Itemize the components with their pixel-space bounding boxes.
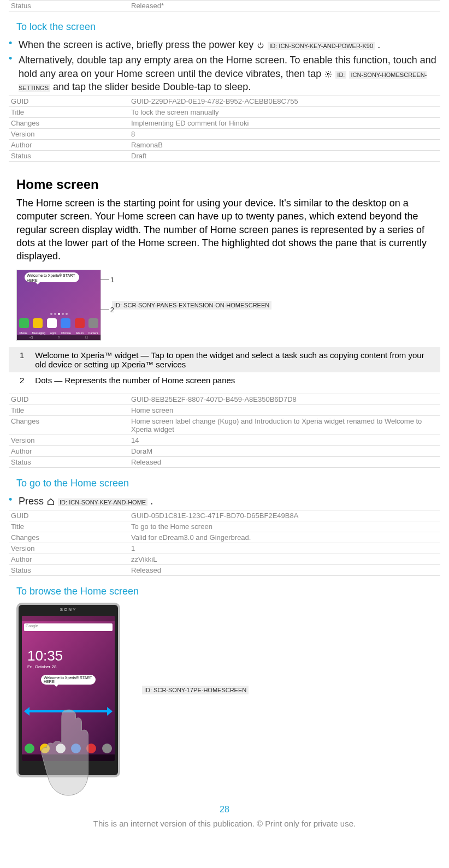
- asset-id-chip: ID: ICN-SONY-KEY-AND-POWER-K90: [268, 42, 375, 50]
- meta-key: Status: [9, 1, 129, 11]
- asset-id-chip: ID:: [335, 71, 346, 79]
- clock-date: Fri, October 28: [27, 664, 115, 669]
- text: .: [150, 496, 153, 507]
- meta-table-1: GUIDGUID-229DFA2D-0E19-4782-B952-ACEBB0E…: [9, 96, 440, 162]
- heading-to-lock-the-screen: To lock the screen: [16, 21, 440, 33]
- text: and tap the slider beside Double-tap to …: [53, 81, 251, 92]
- footer-note: This is an internet version of this publ…: [9, 819, 440, 828]
- list-item: When the screen is active, briefly press…: [9, 38, 440, 51]
- svg-point-0: [328, 73, 330, 75]
- welcome-bubble: Welcome to Xperia® START HERE!: [41, 675, 96, 685]
- meta-table-top: Status Released*: [9, 0, 440, 11]
- callout-1: 1: [110, 276, 114, 284]
- page-number: 28: [9, 805, 440, 815]
- legend-num: 1: [9, 347, 29, 372]
- clock-time: 10:35: [27, 647, 115, 664]
- heading-to-browse-home: To browse the Home screen: [16, 586, 440, 597]
- meta-table-2: GUIDGUID-8EB25E2F-8807-407D-B459-A8E350B…: [9, 394, 440, 468]
- asset-id-chip: ID: SCR-SONY-PANES-EXTENSION-ON-HOMESCRE…: [112, 301, 271, 310]
- swipe-arrow-icon: [25, 706, 111, 716]
- text: .: [377, 39, 380, 50]
- pane-dots: [17, 313, 101, 315]
- text: Press: [19, 496, 46, 507]
- list-item: Alternatively, double tap any empty area…: [9, 53, 440, 93]
- heading-to-go-to-home: To go to the Home screen: [16, 478, 440, 489]
- dock-icons: [17, 316, 101, 330]
- callout-2: 2: [110, 306, 114, 314]
- list-item: Press ID: ICN-SONY-KEY-AND-HOME .: [9, 495, 440, 508]
- phone-brand: SONY: [19, 607, 118, 612]
- legend-text: Dots — Represents the number of Home scr…: [29, 372, 440, 388]
- gear-icon: [324, 70, 333, 78]
- power-icon: [256, 41, 265, 49]
- home-icon: [46, 498, 55, 506]
- legend-text: Welcome to Xperia™ widget — Tap to open …: [29, 347, 440, 372]
- legend-table: 1 Welcome to Xperia™ widget — Tap to ope…: [9, 347, 440, 388]
- figure-phone-swipe: SONY Google 10:35 Fri, October 28 Welcom…: [16, 603, 120, 777]
- heading-home-screen: Home screen: [16, 177, 440, 192]
- paragraph: The Home screen is the starting point fo…: [16, 197, 433, 263]
- search-bar: Google: [24, 623, 113, 631]
- legend-num: 2: [9, 372, 29, 388]
- figure-home-panes: Welcome to Xperia® START HERE! PhoneMess…: [16, 270, 101, 341]
- asset-id-chip: ID: SCR-SONY-17PE-HOMESCREEN: [142, 686, 249, 694]
- welcome-bubble: Welcome to Xperia® START HERE!: [25, 272, 79, 282]
- asset-id-chip: ID: ICN-SONY-KEY-AND-HOME: [58, 498, 147, 506]
- meta-val: Released*: [129, 1, 440, 11]
- text: When the screen is active, briefly press…: [19, 39, 256, 50]
- meta-table-3: GUIDGUID-05D1C81E-123C-471F-BD70-D65BF2E…: [9, 510, 440, 576]
